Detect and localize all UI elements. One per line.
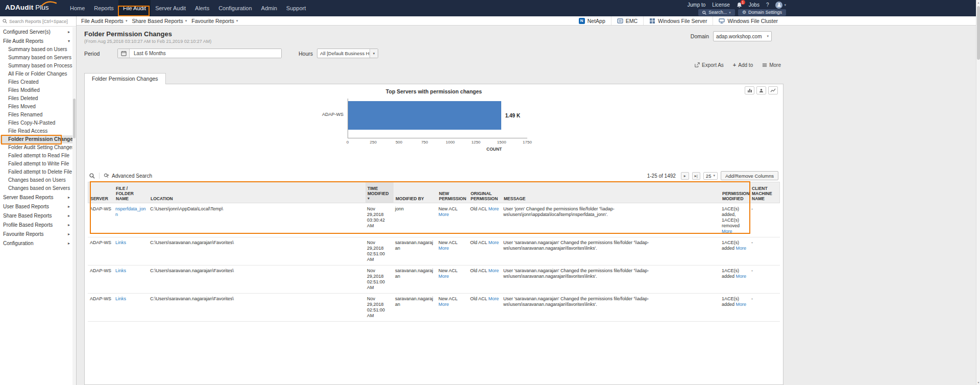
nav-item[interactable]: Alerts [190, 0, 214, 16]
sidebar-item[interactable]: Share Based Reports [0, 212, 72, 220]
sidebar-item[interactable]: Failed attempt to Delete File [0, 168, 72, 176]
add-remove-columns-button[interactable]: Add/Remove Columns [721, 171, 778, 180]
sidebar-item[interactable]: File Read Access [0, 127, 72, 135]
tab-folder-permission-changes[interactable]: Folder Permission Changes [84, 73, 166, 84]
menu-share-based-reports[interactable]: Share Based Reports ▾ [132, 18, 187, 24]
new-permission-more-link[interactable]: More [438, 274, 449, 279]
jobs-link[interactable]: Jobs [749, 2, 760, 8]
storage-emc[interactable]: EMC [611, 16, 643, 25]
sidebar-item[interactable]: Files Moved [0, 103, 72, 111]
sidebar-item[interactable]: Files Renamed [0, 111, 72, 119]
menu-file-audit-reports[interactable]: File Audit Reports ▾ [81, 18, 127, 24]
license-link[interactable]: License [712, 2, 729, 8]
hours-select[interactable]: All [Default Business Hour] ▾ [317, 49, 378, 58]
column-header[interactable]: TIME MODIFIED ▾ [365, 182, 394, 203]
column-header[interactable]: SERVER ▾ [88, 182, 114, 203]
nav-item[interactable]: Home [65, 0, 89, 16]
sidebar-item[interactable]: Summary based on Servers [0, 54, 72, 62]
new-permission-more-link[interactable]: More [438, 212, 449, 217]
permission-modified-more-link[interactable]: More [736, 246, 747, 251]
sidebar-item[interactable]: Configuration [0, 239, 72, 248]
period-input[interactable] [130, 49, 281, 58]
sidebar-item[interactable]: Folder Audit Setting Changes(SACL) [0, 143, 72, 152]
menu-favourite-reports[interactable]: Favourite Reports ▾ [191, 18, 238, 24]
nav-item[interactable]: Configuration [214, 0, 256, 16]
column-header[interactable]: FILE / FOLDER NAME ▾ [114, 182, 149, 203]
page-size-select[interactable]: 25 ▾ [703, 172, 718, 180]
sidebar-item[interactable]: Files Modified [0, 86, 72, 94]
sidebar-item[interactable]: Server Based Reports [0, 194, 72, 202]
advanced-search-button[interactable]: Advanced Search [104, 173, 152, 179]
column-header[interactable]: PERMISSION MODIFIED ▾ [720, 182, 750, 203]
global-search-button[interactable]: Search... ▾ [698, 9, 735, 16]
user-menu[interactable]: ▾ [775, 2, 786, 9]
sidebar-item[interactable]: Folder Permission Changes [0, 135, 72, 143]
storage-windows-file-server[interactable]: Windows File Server [643, 16, 713, 25]
sidebar-item[interactable]: File Audit Reports [0, 37, 72, 45]
scroll-up-icon[interactable]: ▲ [976, 0, 980, 5]
file-folder-link[interactable]: Links [115, 296, 126, 301]
sidebar-scrollbar[interactable] [72, 27, 76, 385]
nav-item[interactable]: Reports [89, 0, 118, 16]
nav-item[interactable]: Admin [257, 0, 282, 16]
table-search-icon[interactable] [89, 173, 95, 179]
app-logo[interactable]: ADAudit Plus [5, 4, 48, 11]
table-row[interactable]: ADAP-WS nsperfdata_jonn C:\Users\jonn\Ap… [88, 204, 780, 237]
permission-modified-more-link[interactable]: More [736, 302, 747, 307]
sidebar-item[interactable]: Failed attempt to Read File [0, 152, 72, 160]
column-header[interactable]: LOCATION ▾ [149, 182, 365, 203]
page-scrollbar[interactable]: ▲ ▼ [976, 0, 980, 385]
original-permission-more-link[interactable]: More [488, 206, 499, 211]
sidebar-item[interactable]: Files Deleted [0, 94, 72, 103]
notifications-bell-icon[interactable]: 1 [737, 2, 742, 8]
chart-line-type-button[interactable] [768, 86, 778, 94]
permission-modified-more-link[interactable]: More [736, 274, 747, 279]
jump-to-link[interactable]: Jump to [688, 2, 706, 8]
help-link[interactable]: ? [766, 2, 769, 8]
table-row[interactable]: ADAP-WS Links C:\Users\saravanan.nagaraj… [88, 266, 780, 294]
export-as-button[interactable]: Export As [695, 62, 724, 68]
add-to-button[interactable]: + Add to [733, 62, 753, 68]
sidebar-item[interactable]: Files Created [0, 78, 72, 86]
nav-item[interactable]: File Audit [118, 0, 151, 16]
permission-modified-more-link[interactable]: More [722, 229, 732, 234]
chart-bar[interactable] [348, 101, 501, 130]
column-header[interactable]: ORIGINAL PERMISSION ▾ [469, 182, 502, 203]
sidebar-item[interactable]: Changes based on Users [0, 176, 72, 184]
report-search-input[interactable] [9, 19, 74, 24]
sidebar-item[interactable]: Summary based on Users [0, 45, 72, 54]
sidebar-item[interactable]: All File or Folder Changes [0, 70, 72, 78]
sidebar-item[interactable]: Profile Based Reports [0, 221, 72, 229]
sidebar-item[interactable]: Files Copy-N-Pasted [0, 119, 72, 127]
original-permission-more-link[interactable]: More [488, 240, 499, 245]
sidebar-item[interactable]: Configured Server(s) [0, 28, 72, 36]
sidebar-item[interactable]: User Based Reports [0, 203, 72, 211]
table-row[interactable]: ADAP-WS Links C:\Users\saravanan.nagaraj… [88, 294, 780, 322]
chart-user-view-button[interactable] [756, 86, 766, 94]
nav-item[interactable]: Server Audit [151, 0, 190, 16]
file-folder-link[interactable]: Links [115, 268, 126, 273]
sidebar-item[interactable]: Failed attempt to Write File [0, 160, 72, 168]
chart-bar-type-button[interactable] [745, 86, 754, 94]
column-header[interactable]: CLIENT MACHINE NAME ▾ [750, 182, 781, 203]
page-scrollbar-thumb[interactable] [977, 6, 980, 60]
file-folder-link[interactable]: nsperfdata_jonn [115, 206, 146, 217]
column-header[interactable]: MODIFIED BY ▾ [394, 182, 437, 203]
domain-settings-button[interactable]: ⚙ Domain Settings [738, 9, 786, 16]
sidebar-item[interactable]: Summary based on Process [0, 62, 72, 70]
more-button[interactable]: More [762, 62, 781, 68]
sidebar-item[interactable]: Favourite Reports [0, 230, 72, 238]
last-page-button[interactable]: ▸| [692, 172, 700, 180]
sidebar-item[interactable]: Changes based on Servers [0, 184, 72, 192]
column-header[interactable]: NEW PERMISSION ▾ [437, 182, 469, 203]
column-header[interactable]: MESSAGE ▾ [502, 182, 720, 203]
scroll-down-icon[interactable]: ▼ [976, 380, 980, 385]
sidebar-scrollbar-thumb[interactable] [73, 99, 76, 138]
domain-select[interactable]: adap.workshop.com ▾ [713, 31, 772, 41]
original-permission-more-link[interactable]: More [488, 296, 499, 301]
storage-netapp[interactable]: N NetApp [573, 16, 611, 25]
storage-windows-file-cluster[interactable]: Windows File Cluster [713, 16, 783, 25]
new-permission-more-link[interactable]: More [438, 302, 449, 307]
next-page-button[interactable]: ▸ [681, 172, 689, 180]
file-folder-link[interactable]: Links [115, 240, 126, 245]
